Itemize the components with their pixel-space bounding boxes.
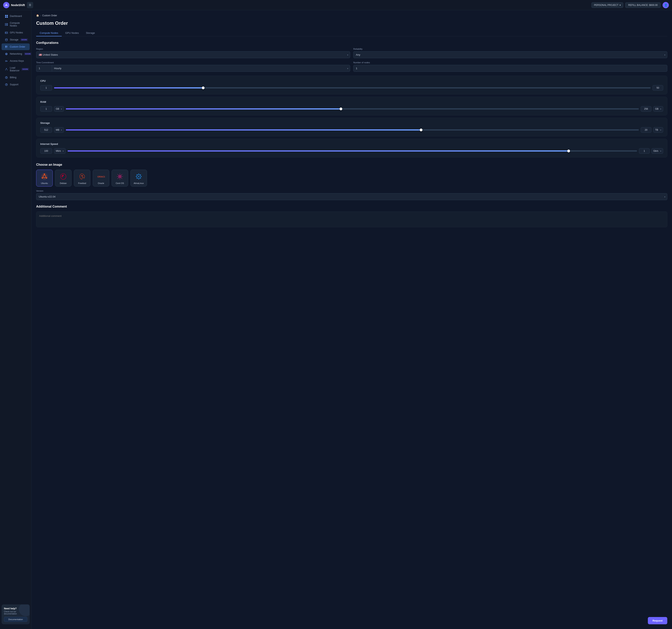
time-commitment-value-input[interactable]	[36, 65, 52, 72]
cpu-min-input[interactable]	[40, 85, 52, 91]
image-almalinux[interactable]: AlmaLinux	[130, 170, 147, 187]
configurations-title: Configurations	[36, 41, 667, 45]
svg-point-24	[5, 70, 6, 70]
internet-speed-unit-min-select[interactable]: Mb/s Gb/s	[54, 148, 66, 154]
oracle-label: Oracle	[98, 182, 104, 184]
ram-min-input[interactable]	[40, 106, 52, 112]
cpu-max-input[interactable]	[652, 85, 663, 91]
refill-label: REFILL BALANCE: $600.00	[628, 4, 658, 6]
tabs: Compute Nodes GPU Nodes Storage	[36, 30, 667, 37]
region-label: Region	[36, 48, 350, 50]
gpu-icon	[5, 31, 8, 34]
additional-comment-section: Additional Comment	[36, 205, 667, 228]
region-group: Region 🇺🇸 United States 🌍 Europe 🌏 Asia …	[36, 48, 350, 58]
main-content: 🏠 › Custom Order Custom Order Compute No…	[31, 10, 672, 629]
cpu-slider-row	[40, 85, 663, 91]
tab-gpu-nodes[interactable]: GPU Nodes	[62, 30, 82, 37]
storage-max-input[interactable]	[641, 127, 651, 133]
topbar-left: NodeShift ☰	[3, 2, 33, 8]
config-grid: Region 🇺🇸 United States 🌍 Europe 🌏 Asia …	[36, 48, 667, 72]
user-icon: 👤	[664, 3, 668, 7]
storage-badge: SOON	[20, 38, 28, 41]
storage-slider-label: Storage	[40, 121, 663, 124]
documentation-button[interactable]: Documentation	[4, 617, 27, 622]
project-chevron-icon: ▾	[620, 4, 621, 6]
image-centos[interactable]: Cent OS	[112, 170, 128, 187]
image-ubuntu[interactable]: Ubuntu	[36, 170, 53, 187]
image-freebsd[interactable]: Freebsd	[74, 170, 90, 187]
time-unit-select[interactable]: Hourly Daily Weekly Monthly	[52, 65, 350, 72]
ram-unit-min-select[interactable]: GB TB	[54, 106, 64, 112]
refill-balance-button[interactable]: REFILL BALANCE: $600.00	[625, 2, 661, 8]
project-button[interactable]: PERSONAL PROJECT ▾	[592, 2, 623, 8]
storage-slider-card: Storage MB GB TB ▾	[36, 118, 667, 136]
freebsd-label: Freebsd	[78, 182, 86, 184]
sidebar-item-label: Load Balancer	[10, 66, 20, 72]
ram-max-input[interactable]	[641, 106, 651, 112]
logo-text: NodeShift	[11, 3, 25, 7]
storage-unit-min-select[interactable]: MB GB TB	[54, 127, 64, 133]
sidebar-item-storage[interactable]: Storage SOON	[2, 37, 30, 43]
sidebar-item-load-balancer[interactable]: Load Balancer SOON	[2, 65, 30, 74]
ram-unit-max-select[interactable]: GB TB	[653, 106, 663, 112]
debian-icon	[59, 172, 67, 181]
almalinux-label: AlmaLinux	[134, 182, 144, 184]
ubuntu-label: Ubuntu	[41, 182, 48, 184]
hamburger-button[interactable]: ☰	[27, 2, 33, 8]
ram-slider-row: GB TB ▾ GB TB	[40, 106, 663, 112]
internet-speed-min-input[interactable]	[40, 148, 52, 154]
region-select[interactable]: 🇺🇸 United States 🌍 Europe 🌏 Asia Pacific	[36, 51, 350, 58]
svg-rect-7	[5, 23, 8, 24]
sidebar-item-custom-order[interactable]: Custom Order	[2, 43, 30, 50]
request-button[interactable]: Request	[648, 617, 667, 624]
tab-compute-nodes[interactable]: Compute Nodes	[36, 30, 62, 37]
cpu-label: CPU	[40, 79, 663, 83]
network-icon	[5, 52, 8, 55]
image-oracle[interactable]: ORACLE Oracle	[93, 170, 109, 187]
internet-speed-label: Internet Speed	[40, 142, 663, 145]
svg-rect-17	[6, 46, 7, 47]
storage-min-input[interactable]	[40, 127, 52, 133]
sidebar-item-label: Compute Nodes	[10, 22, 26, 27]
sidebar-item-label: GPU Nodes	[10, 31, 23, 34]
avatar-button[interactable]: 👤	[663, 2, 669, 8]
sidebar-item-gpu-nodes[interactable]: GPU Nodes	[2, 29, 30, 36]
lb-icon	[5, 68, 8, 71]
internet-speed-unit-max-select[interactable]: Mb/s Gb/s	[652, 148, 663, 154]
breadcrumb-separator: ›	[40, 14, 41, 17]
svg-point-33	[44, 173, 45, 175]
breadcrumb-home[interactable]: 🏠	[36, 14, 39, 17]
storage-unit-max-select[interactable]: MB GB TB	[653, 127, 663, 133]
svg-rect-11	[5, 32, 8, 33]
time-row: Hourly Daily Weekly Monthly ▾	[36, 65, 350, 72]
internet-speed-unit-min-wrapper: Mb/s Gb/s ▾	[54, 148, 66, 154]
reliability-group: Reliability Any High Medium Low ▾	[353, 48, 667, 58]
sidebar-item-billing[interactable]: Billing	[2, 74, 30, 81]
server-icon	[5, 23, 8, 26]
sidebar-item-access-keys[interactable]: Access Keys	[2, 57, 30, 64]
sidebar-item-support[interactable]: Support	[2, 81, 30, 88]
sidebar-item-dashboard[interactable]: Dashboard	[2, 13, 30, 20]
comment-title: Additional Comment	[36, 205, 667, 208]
billing-icon	[5, 76, 8, 79]
freebsd-icon	[78, 172, 86, 181]
sidebar-item-compute-nodes[interactable]: Compute Nodes	[2, 20, 30, 29]
image-debian[interactable]: Debian	[55, 170, 72, 187]
internet-speed-unit-max-wrapper: Mb/s Gb/s ▾	[652, 148, 663, 154]
centos-label: Cent OS	[116, 182, 124, 184]
reliability-select[interactable]: Any High Medium Low	[353, 51, 667, 58]
sidebar-item-networking[interactable]: Networking SOON	[2, 50, 30, 57]
support-icon	[5, 83, 8, 86]
ram-unit-min-wrapper: GB TB ▾	[54, 106, 64, 112]
svg-rect-5	[5, 17, 6, 18]
tab-storage[interactable]: Storage	[82, 30, 98, 37]
sidebar-item-label: Storage	[10, 38, 19, 41]
svg-line-26	[5, 69, 6, 70]
networking-badge: SOON	[24, 52, 31, 55]
version-select[interactable]: Ubuntu-v22.04 Ubuntu-v20.04 Ubuntu-v18.0…	[36, 193, 667, 200]
number-of-nodes-input[interactable]	[353, 65, 667, 72]
centos-icon	[116, 172, 124, 181]
svg-point-25	[7, 70, 7, 70]
internet-speed-max-input[interactable]	[639, 148, 650, 154]
comment-textarea[interactable]	[36, 211, 667, 227]
